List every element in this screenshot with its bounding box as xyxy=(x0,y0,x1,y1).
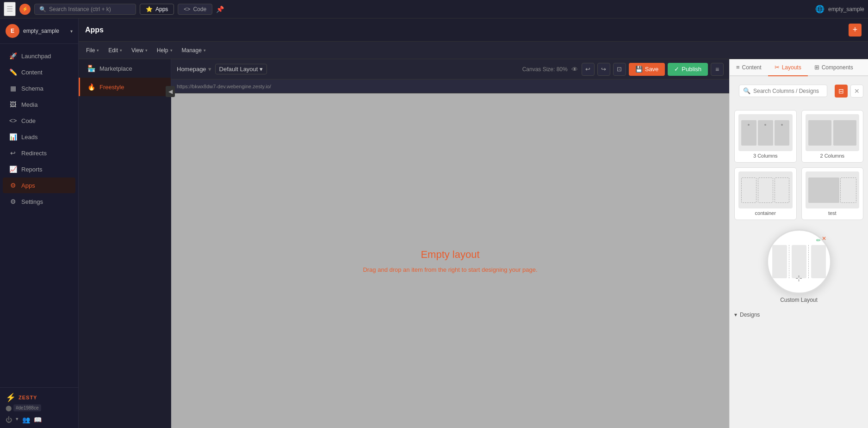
apps-nav: 🏪 Marketplace 🔥 Freestyle xyxy=(79,59,171,428)
content-icon: ✏️ xyxy=(9,68,17,76)
apps-nav-freestyle[interactable]: 🔥 Freestyle xyxy=(79,78,171,96)
redo-button[interactable]: ↪ xyxy=(597,63,610,76)
reports-icon: 📈 xyxy=(9,165,17,173)
collapse-button[interactable]: ◀ xyxy=(171,86,175,97)
left-sidebar: E empty_sample ▾ 🚀 Launchpad ✏️ Content … xyxy=(0,18,79,428)
layout-card-3col[interactable]: 3 Columns xyxy=(734,110,797,163)
search-columns-input[interactable] xyxy=(753,88,823,94)
layout-card-2col[interactable]: 2 Columns xyxy=(801,110,864,163)
two-col-label: 2 Columns xyxy=(806,153,860,159)
edit-icon: ✏ xyxy=(816,237,821,244)
more-button[interactable]: ≡ xyxy=(711,63,724,76)
search-placeholder: Search Instance (ctrl + k) xyxy=(49,6,111,12)
search-box[interactable]: 🔍 Search Instance (ctrl + k) xyxy=(34,4,136,15)
breadcrumb: Homepage ▾ xyxy=(177,66,211,73)
test-label: test xyxy=(806,210,860,216)
sidebar-item-redirects[interactable]: ↩ Redirects xyxy=(3,145,75,161)
main-layout: E empty_sample ▾ 🚀 Launchpad ✏️ Content … xyxy=(0,18,868,428)
container-preview xyxy=(738,171,793,208)
nav-items: 🚀 Launchpad ✏️ Content ▦ Schema 🖼 Media … xyxy=(0,44,78,387)
panel-search[interactable]: 🔍 xyxy=(739,85,827,97)
right-panel: ≡ Content ✂ Layouts ⊞ Components 🔍 xyxy=(729,59,868,428)
app-logo: ⚡ xyxy=(19,4,31,15)
leads-icon: 📊 xyxy=(9,133,17,141)
sidebar-item-apps[interactable]: ⚙ Apps xyxy=(3,177,75,193)
power-label[interactable]: ▾ xyxy=(16,416,19,423)
toolbar-file[interactable]: File ▾ xyxy=(82,45,103,55)
designs-header[interactable]: ▾ Designs xyxy=(734,312,863,318)
sidebar-item-leads[interactable]: 📊 Leads xyxy=(3,129,75,145)
power-icon[interactable]: ⏻ xyxy=(6,416,12,423)
star-icon: ⭐ xyxy=(146,6,153,12)
save-button[interactable]: 💾 Save xyxy=(629,63,665,76)
container-label: container xyxy=(738,210,793,216)
sidebar-bottom: ⚡ ZESTY ⬤ #de1988ce ⏻ ▾ 👥 📖 xyxy=(0,387,78,428)
panel-search-row: 🔍 ⊟ ✕ xyxy=(730,76,868,105)
book-icon[interactable]: 📖 xyxy=(34,416,42,423)
redirects-icon: ↩ xyxy=(9,149,17,157)
sidebar-item-reports[interactable]: 📈 Reports xyxy=(3,161,75,177)
custom-layout-circle[interactable]: ✏ ✕ ⊹ xyxy=(767,229,831,294)
hamburger-button[interactable]: ☰ xyxy=(4,2,16,16)
undo-button[interactable]: ↩ xyxy=(582,63,595,76)
save-icon: 💾 xyxy=(635,66,643,73)
designs-label: Designs xyxy=(740,312,760,318)
sidebar-item-media[interactable]: 🖼 Media xyxy=(3,97,75,112)
editor-main: ◀ Homepage ▾ Default Layout ▾ Canvas Siz… xyxy=(171,59,729,428)
layout-card-container[interactable]: container xyxy=(734,167,797,220)
top-bar-left: ☰ ⚡ 🔍 Search Instance (ctrl + k) ⭐ Apps … xyxy=(4,2,812,16)
toolbar-edit[interactable]: Edit ▾ xyxy=(105,45,126,55)
add-app-button[interactable]: + xyxy=(849,24,862,37)
search-icon: 🔍 xyxy=(39,6,46,12)
content-tab-icon: ≡ xyxy=(736,64,740,71)
tab-apps[interactable]: ⭐ Apps xyxy=(140,4,174,15)
media-icon: 🖼 xyxy=(9,101,17,108)
canvas-info: Canvas Size: 80% 👁 xyxy=(522,66,578,73)
right-panel-tabs: ≡ Content ✂ Layouts ⊞ Components xyxy=(730,59,868,76)
panel-close-button[interactable]: ✕ xyxy=(850,85,863,98)
top-bar: ☰ ⚡ 🔍 Search Instance (ctrl + k) ⭐ Apps … xyxy=(0,0,868,18)
three-col-label: 3 Columns xyxy=(738,153,793,159)
template-button[interactable]: ⊡ xyxy=(613,63,626,76)
top-user-name: empty_sample xyxy=(828,6,864,12)
sidebar-item-content[interactable]: ✏️ Content xyxy=(3,64,75,80)
sidebar-item-code[interactable]: <> Code xyxy=(3,113,75,128)
apps-toolbar: File ▾ Edit ▾ View ▾ Help ▾ Manage ▾ xyxy=(79,42,868,59)
layout-grid: 3 Columns 2 Columns xyxy=(730,105,868,225)
sidebar-item-settings[interactable]: ⚙ Settings xyxy=(3,194,75,209)
url-bar: https://bkwx8dw7-dev.webengine.zesty.io/ xyxy=(171,79,729,93)
layout-card-test[interactable]: test xyxy=(801,167,864,220)
tab-code[interactable]: <> Code xyxy=(178,4,212,15)
canvas-size-label: Canvas Size: 80% xyxy=(522,66,568,73)
code-icon: <> xyxy=(184,6,190,12)
toolbar-help[interactable]: Help ▾ xyxy=(153,45,176,55)
apps-nav-marketplace[interactable]: 🏪 Marketplace xyxy=(79,59,171,78)
layout-chevron: ▾ xyxy=(260,66,263,73)
tab-components[interactable]: ⊞ Components xyxy=(808,59,860,76)
empty-layout-title: Empty layout xyxy=(421,249,479,261)
schema-icon: ▦ xyxy=(9,85,17,92)
layout-label: Default Layout xyxy=(219,66,258,73)
toolbar-view[interactable]: View ▾ xyxy=(128,45,151,55)
chevron-down-icon: ▾ xyxy=(70,29,73,34)
marketplace-icon: 🏪 xyxy=(87,65,95,72)
apps-title: Apps xyxy=(85,26,844,34)
sidebar-item-launchpad[interactable]: 🚀 Launchpad xyxy=(3,48,75,64)
layout-selector[interactable]: Default Layout ▾ xyxy=(215,64,267,74)
empty-layout-subtitle: Drag and drop an item from the right to … xyxy=(363,266,537,273)
panel-view-button[interactable]: ⊟ xyxy=(835,85,848,98)
breadcrumb-homepage[interactable]: Homepage xyxy=(177,66,206,73)
panel-search-icon: 🔍 xyxy=(743,87,750,94)
user-section[interactable]: E empty_sample ▾ xyxy=(0,18,78,44)
users-icon[interactable]: 👥 xyxy=(22,416,30,423)
tab-layouts[interactable]: ✂ Layouts xyxy=(768,59,808,76)
sidebar-item-schema[interactable]: ▦ Schema xyxy=(3,80,75,96)
toolbar-manage[interactable]: Manage ▾ xyxy=(178,45,210,55)
eye-icon[interactable]: 👁 xyxy=(571,66,578,73)
publish-button[interactable]: ✓ Publish xyxy=(668,63,708,76)
hash-badge: #de1988ce xyxy=(13,404,41,411)
action-buttons: ↩ ↪ ⊡ 💾 Save ✓ Publish ≡ xyxy=(582,63,724,76)
bottom-icons: ⏻ ▾ 👥 📖 xyxy=(6,416,42,423)
tab-content[interactable]: ≡ Content xyxy=(730,59,768,76)
editor-area: 🏪 Marketplace 🔥 Freestyle ◀ Homepage ▾ xyxy=(79,59,868,428)
